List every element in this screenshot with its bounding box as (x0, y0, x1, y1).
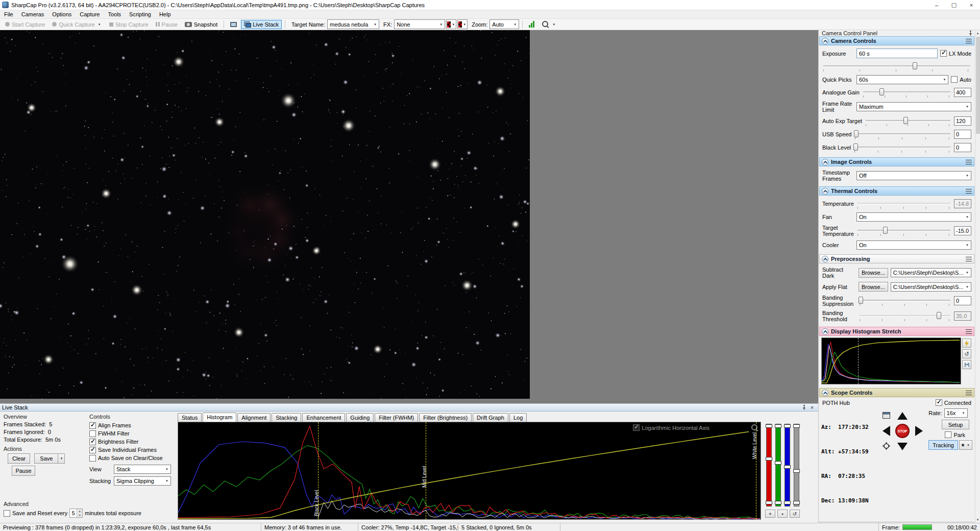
pause-button[interactable]: Pause (153, 20, 181, 29)
slew-right-button[interactable] (915, 426, 923, 436)
scope-connected-option[interactable]: Connected (936, 399, 971, 406)
log-axis-option[interactable]: Logarithmic Horizontal Axis (633, 424, 709, 431)
scroll-up-arrow[interactable]: ▲ (975, 30, 980, 36)
stretch-histogram-chart[interactable] (821, 337, 961, 384)
save-dropdown-button[interactable] (58, 453, 65, 464)
auto-save-row[interactable]: Auto Save on Clear/Close (89, 454, 178, 462)
slew-up-button[interactable] (897, 412, 908, 420)
stretch-level-line[interactable] (858, 338, 859, 384)
park-option[interactable]: Park (928, 431, 965, 438)
save-reset-checkbox[interactable] (4, 510, 10, 517)
auto-exp-target-value[interactable]: 120 (954, 116, 971, 126)
collapse-icon[interactable] (822, 188, 828, 195)
magnifier-icon[interactable] (751, 424, 758, 431)
image-preview-area[interactable] (0, 30, 818, 403)
banding-suppression-value[interactable]: 0 (954, 296, 971, 305)
scope-controls-header[interactable]: Scope Controls (819, 388, 974, 397)
tab-log[interactable]: Log (509, 413, 527, 422)
clear-button[interactable]: Clear (8, 453, 30, 464)
slider-handle[interactable] (775, 461, 781, 465)
close-icon[interactable]: × (808, 404, 816, 411)
black-level-slider[interactable] (853, 142, 951, 153)
align-frames-row[interactable]: Align Frames (89, 421, 178, 429)
slider-thumb[interactable] (913, 62, 917, 69)
fan-combo[interactable]: On (856, 212, 971, 222)
preprocessing-header[interactable]: Preprocessing (819, 254, 974, 263)
stop-capture-button[interactable]: Stop Capture (106, 20, 152, 29)
slew-down-button[interactable] (897, 443, 908, 450)
log-axis-checkbox[interactable] (633, 424, 640, 431)
slew-left-button[interactable] (883, 426, 890, 436)
hamburger-menu-icon[interactable] (966, 329, 972, 334)
brightness-filter-checkbox[interactable] (89, 439, 96, 445)
lx-mode-option[interactable]: LX Mode (940, 50, 971, 57)
slider-handle[interactable] (766, 424, 772, 428)
analogue-gain-value[interactable]: 400 (954, 88, 971, 97)
snapshot-button[interactable]: Snapshot (182, 20, 220, 29)
pin-icon[interactable] (968, 31, 973, 36)
slider-thumb[interactable] (854, 130, 859, 137)
fx-combo[interactable]: None (394, 19, 445, 29)
collapse-icon[interactable] (822, 328, 828, 335)
setup-button[interactable]: Setup (942, 420, 969, 429)
panel-scrollbar[interactable]: ▲ ▼ (975, 30, 980, 523)
analogue-gain-slider[interactable] (862, 87, 951, 98)
stop-slew-button[interactable]: STOP (895, 424, 910, 438)
target-name-combo[interactable]: medusa nebula (327, 19, 379, 29)
close-button[interactable]: × (963, 0, 980, 10)
crosshair-icon-button[interactable] (883, 442, 890, 451)
display-histogram-stretch-header[interactable]: Display Histogram Stretch (819, 327, 974, 336)
banding-suppression-slider[interactable] (859, 296, 951, 306)
spinner-arrows[interactable]: ▲▼ (77, 509, 82, 517)
scroll-down-arrow[interactable]: ▼ (975, 517, 980, 523)
auto-levels-button[interactable]: ▪ (777, 510, 788, 518)
hamburger-menu-icon[interactable] (966, 189, 972, 194)
hamburger-menu-icon[interactable] (966, 257, 972, 261)
fwhm-filter-row[interactable]: FWHM Filter (89, 429, 178, 438)
goto-catalog-button[interactable] (959, 440, 972, 450)
exposure-slider[interactable] (822, 61, 971, 71)
tab-drift-graph[interactable]: Drift Graph (473, 413, 508, 422)
slider-handle[interactable] (793, 501, 800, 504)
slider-thumb[interactable] (853, 143, 858, 151)
scrollbar-thumb[interactable] (976, 37, 980, 134)
menu-options[interactable]: Options (48, 10, 76, 18)
view-combo[interactable]: Stack (114, 465, 171, 474)
save-stretch-button[interactable] (962, 360, 971, 369)
subtract-dark-browse-button[interactable]: Browse... (859, 268, 888, 278)
preview-display-button[interactable] (227, 20, 240, 29)
tab-status[interactable]: Status (178, 413, 202, 422)
red-level-slider[interactable] (766, 424, 772, 506)
park-checkbox[interactable] (945, 431, 951, 438)
tab-histogram[interactable]: Histogram (203, 413, 236, 422)
collapse-icon[interactable] (822, 256, 828, 262)
zoom-combo[interactable]: Auto (489, 19, 519, 29)
slider-thumb[interactable] (859, 297, 863, 304)
connected-checkbox[interactable] (936, 399, 942, 406)
timestamp-frames-combo[interactable]: Off (856, 171, 971, 180)
background-colour-swatch[interactable] (457, 19, 468, 29)
save-button[interactable]: Save (34, 453, 58, 464)
tab-guiding[interactable]: Guiding (346, 413, 374, 422)
slider-handle[interactable] (775, 424, 781, 428)
slider-thumb[interactable] (883, 227, 888, 234)
frame-rate-limit-combo[interactable]: Maximum (856, 102, 971, 111)
thermal-controls-header[interactable]: Thermal Controls (819, 186, 974, 196)
slider-handle[interactable] (793, 469, 800, 473)
tab-enhancement[interactable]: Enhancement (302, 413, 345, 422)
quick-picks-combo[interactable]: 60s (856, 75, 948, 84)
menu-help[interactable]: Help (155, 10, 175, 18)
live-stack-histogram-chart[interactable]: Black Level Mid Level White Level Logari… (178, 422, 761, 520)
subtract-dark-path-combo[interactable]: C:\Users\Steph\Desktop\S... (891, 268, 971, 277)
rate-combo[interactable]: 16x (944, 408, 968, 418)
live-stack-button[interactable]: Live Stack (241, 20, 282, 29)
slider-thumb[interactable] (879, 88, 884, 95)
minimize-button[interactable]: – (928, 0, 945, 10)
brightness-filter-row[interactable]: Brightness Filter (89, 438, 178, 446)
hamburger-menu-icon[interactable] (966, 39, 972, 43)
slider-handle[interactable] (766, 501, 772, 504)
slider-handle[interactable] (793, 424, 800, 428)
cooler-combo[interactable]: On (856, 240, 971, 250)
camera-controls-header[interactable]: Camera Controls (819, 36, 974, 45)
auto-stretch-button[interactable] (962, 339, 971, 348)
